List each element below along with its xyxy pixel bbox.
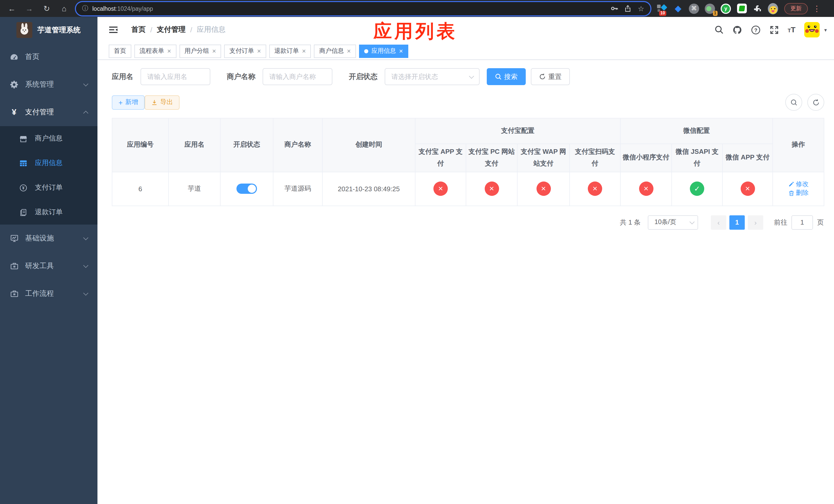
app-logo-row[interactable]: 芋道管理系统: [0, 17, 97, 43]
col-header-wechat-lite: 微信小程序支付: [620, 144, 672, 172]
breadcrumb-home[interactable]: 首页: [131, 25, 146, 35]
sidebar-item-refund-order[interactable]: 退款订单: [0, 200, 97, 225]
tab-user-group[interactable]: 用户分组×: [179, 44, 221, 58]
password-key-icon[interactable]: [611, 5, 618, 12]
status-icon-alipay-app: ×: [433, 182, 448, 196]
close-icon[interactable]: ×: [302, 48, 306, 54]
user-avatar[interactable]: [804, 22, 820, 38]
next-page-button[interactable]: ›: [748, 215, 763, 229]
sidebar-item-label: 研发工具: [25, 261, 54, 271]
add-button[interactable]: + 新增: [112, 95, 145, 110]
page-size-select[interactable]: 10条/页: [648, 215, 698, 229]
tab-app-info[interactable]: 应用信息×: [359, 44, 408, 58]
col-header-alipay-pc: 支付宝 PC 网站支付: [466, 144, 517, 172]
download-icon: [151, 99, 157, 105]
sidebar-item-merchant-info[interactable]: 商户信息: [0, 126, 97, 151]
sidebar-collapse-icon[interactable]: [109, 25, 118, 35]
tab-refund-order[interactable]: 退款订单×: [269, 44, 311, 58]
page-annotation-title: 应用列表: [373, 19, 458, 44]
avatar-caret-icon[interactable]: ▾: [824, 27, 827, 32]
col-header-created: 创建时间: [322, 118, 415, 172]
sidebar-item-dev-tools[interactable]: 研发工具: [0, 252, 97, 280]
close-icon[interactable]: ×: [257, 48, 261, 54]
chevron-down-icon: [469, 74, 474, 78]
page-content: 应用名 商户名称 开启状态 请选择开启状态 搜索 重置: [97, 60, 834, 229]
app-table: 应用编号 应用名 开启状态 商户名称 创建时间 支付宝配置 微信配置 操作 支付…: [112, 118, 824, 206]
sidebar-item-app-info[interactable]: 应用信息: [0, 151, 97, 175]
reset-button[interactable]: 重置: [531, 68, 570, 85]
plus-icon: +: [118, 99, 123, 106]
sidebar-item-home[interactable]: 首页: [0, 43, 97, 71]
help-icon[interactable]: ?: [751, 25, 761, 35]
sidebar-item-infrastructure[interactable]: 基础设施: [0, 225, 97, 252]
tab-process-form[interactable]: 流程表单×: [134, 44, 176, 58]
status-select[interactable]: 请选择开启状态: [385, 68, 480, 85]
status-icon-alipay-pc: ×: [484, 182, 499, 196]
app-name-input[interactable]: [140, 68, 210, 85]
browser-reload-icon[interactable]: ↻: [41, 3, 52, 14]
show-search-button[interactable]: [785, 94, 802, 111]
store-icon: [20, 135, 27, 142]
url-bar[interactable]: ⓘ localhost:1024/pay/app ☆: [76, 2, 650, 15]
search-icon[interactable]: [714, 25, 723, 35]
col-header-operations: 操作: [773, 118, 824, 172]
col-header-alipay-app: 支付宝 APP 支付: [415, 144, 466, 172]
extension-command-icon[interactable]: ⌘: [688, 3, 700, 14]
sidebar-item-payment[interactable]: ¥ 支付管理: [0, 98, 97, 126]
chevron-up-icon: [83, 111, 88, 116]
chevron-down-icon: [83, 291, 88, 295]
tab-home[interactable]: 首页: [109, 44, 131, 58]
sidebar-item-system[interactable]: 系统管理: [0, 71, 97, 98]
browser-update-button[interactable]: 更新: [784, 3, 808, 14]
chevron-down-icon: [689, 220, 694, 224]
goto-page-input[interactable]: [791, 215, 813, 229]
export-button[interactable]: 导出: [145, 95, 179, 110]
breadcrumb-separator: /: [190, 26, 192, 34]
goto-label: 前往: [774, 217, 787, 227]
extension-gem-icon[interactable]: ◆: [673, 3, 684, 14]
share-icon[interactable]: [624, 5, 632, 12]
extension-emoji-icon[interactable]: [768, 3, 778, 14]
fullscreen-icon[interactable]: [769, 25, 779, 35]
browser-home-icon[interactable]: ⌂: [59, 3, 70, 14]
edit-button[interactable]: 修改: [788, 180, 809, 188]
delete-button[interactable]: 删除: [788, 189, 809, 198]
page-number-active[interactable]: 1: [729, 215, 745, 229]
extension-blocks-icon[interactable]: 10: [657, 3, 668, 14]
browser-back-icon[interactable]: ←: [6, 3, 18, 14]
tab-pay-order[interactable]: 支付订单×: [224, 44, 266, 58]
extension-y-icon[interactable]: y: [720, 3, 731, 14]
tags-view-bar: 首页 流程表单× 用户分组× 支付订单× 退款订单× 商户信息× 应用信息×: [97, 43, 834, 60]
extension-recorder-icon[interactable]: 1: [704, 3, 716, 14]
search-icon: [790, 99, 797, 106]
close-icon[interactable]: ×: [167, 48, 171, 54]
briefcase-icon: [10, 262, 19, 270]
prev-page-button[interactable]: ‹: [711, 215, 726, 229]
refund-doc-icon: [20, 208, 27, 216]
refresh-button[interactable]: [807, 94, 824, 111]
close-icon[interactable]: ×: [347, 48, 351, 54]
bookmark-star-icon[interactable]: ☆: [638, 4, 644, 13]
sidebar-item-label: 商户信息: [35, 134, 63, 143]
app-title: 芋道管理系统: [38, 25, 81, 35]
browser-menu-icon[interactable]: ⋮: [813, 4, 821, 13]
browser-forward-icon[interactable]: →: [24, 3, 35, 14]
sidebar-item-pay-order[interactable]: ¥ 支付订单: [0, 175, 97, 200]
sidebar-item-workflow[interactable]: 工作流程: [0, 280, 97, 307]
extensions-puzzle-icon[interactable]: [752, 3, 763, 14]
status-toggle[interactable]: [237, 184, 257, 194]
github-icon[interactable]: [732, 25, 742, 35]
merchant-name-input[interactable]: [263, 68, 332, 85]
refresh-icon: [812, 99, 819, 106]
close-icon[interactable]: ×: [399, 48, 403, 54]
font-size-icon[interactable]: TT: [788, 25, 795, 35]
col-header-app-name: 应用名: [169, 118, 220, 172]
cell-app-name: 芋道: [169, 172, 220, 206]
search-button[interactable]: 搜索: [487, 68, 526, 85]
site-info-icon[interactable]: ⓘ: [82, 4, 88, 13]
close-icon[interactable]: ×: [212, 48, 216, 54]
extension-chat-icon[interactable]: [736, 3, 747, 14]
tab-merchant-info[interactable]: 商户信息×: [314, 44, 356, 58]
breadcrumb-payment[interactable]: 支付管理: [157, 25, 186, 35]
svg-text:¥: ¥: [22, 186, 25, 190]
